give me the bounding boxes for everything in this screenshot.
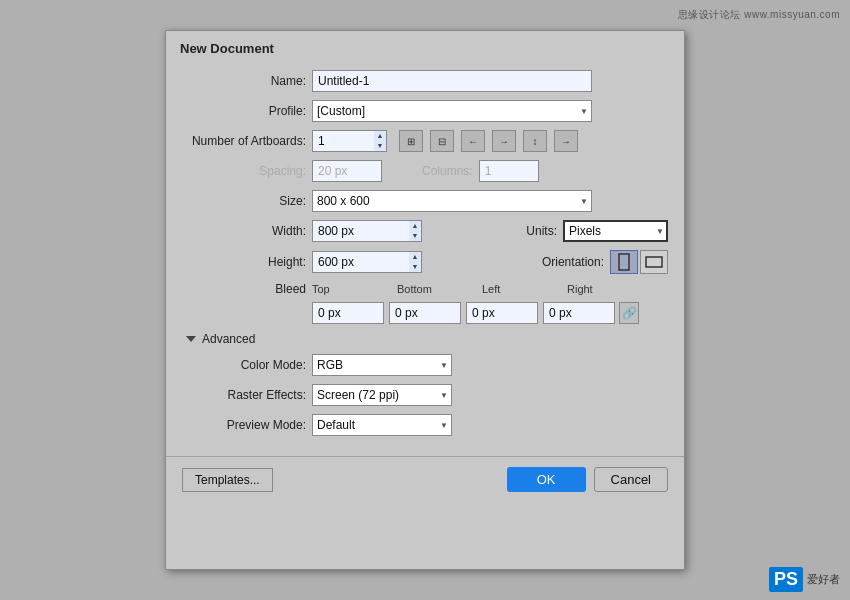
artboards-label: Number of Artboards:	[182, 134, 312, 148]
profile-select[interactable]: [Custom]	[312, 100, 592, 122]
dialog-body: Name: Profile: [Custom] Number of Artboa…	[166, 64, 684, 456]
templates-button[interactable]: Templates...	[182, 468, 273, 492]
raster-effects-select-wrapper: Screen (72 ppi) Medium (150 ppi) High (3…	[312, 384, 452, 406]
size-row: Size: 800 x 600	[182, 190, 668, 212]
width-increment[interactable]: ▲	[409, 221, 421, 231]
bleed-right-input[interactable]	[543, 302, 615, 324]
columns-label: Columns:	[422, 164, 473, 178]
bleed-left-label: Left	[482, 283, 562, 295]
artboards-spinner: ▲ ▼	[312, 130, 387, 152]
bleed-section: Bleed Top Bottom Left Right	[182, 282, 668, 324]
raster-effects-select[interactable]: Screen (72 ppi) Medium (150 ppi) High (3…	[312, 384, 452, 406]
spread-layout-icon[interactable]: ⊟	[430, 130, 454, 152]
bottom-logo: PS 爱好者	[769, 567, 840, 592]
preview-mode-row: Preview Mode: Default Pixel Overprint	[182, 414, 668, 436]
size-label: Size:	[182, 194, 312, 208]
preview-mode-select[interactable]: Default Pixel Overprint	[312, 414, 452, 436]
columns-spinner	[479, 160, 539, 182]
watermark: 思缘设计论坛 www.missyuan.com	[678, 8, 840, 22]
height-input[interactable]	[312, 251, 422, 273]
advanced-toggle[interactable]: Advanced	[182, 332, 668, 346]
width-label: Width:	[182, 224, 312, 238]
bleed-bottom-input[interactable]	[389, 302, 461, 324]
profile-select-wrapper: [Custom]	[312, 100, 592, 122]
raster-effects-label: Raster Effects:	[182, 388, 312, 402]
bleed-left-input[interactable]	[466, 302, 538, 324]
portrait-icon	[617, 253, 631, 271]
preview-mode-label: Preview Mode:	[182, 418, 312, 432]
preview-mode-select-wrapper: Default Pixel Overprint	[312, 414, 452, 436]
artboards-increment[interactable]: ▲	[374, 131, 386, 141]
name-label: Name:	[182, 74, 312, 88]
bleed-top-label: Top	[312, 283, 392, 295]
landscape-icon	[645, 255, 663, 269]
svg-rect-0	[619, 254, 629, 270]
name-row: Name:	[182, 70, 668, 92]
size-select-wrapper: 800 x 600	[312, 190, 592, 212]
height-orientation-row: Height: ▲ ▼ Orientation:	[182, 250, 668, 274]
bleed-top-input[interactable]	[312, 302, 384, 324]
artboard-icons: ⊞ ⊟ ← → ↕ →	[395, 130, 578, 152]
width-decrement[interactable]: ▼	[409, 231, 421, 241]
spacing-label: Spacing:	[182, 164, 312, 178]
bleed-bottom-spinner	[389, 302, 461, 324]
units-select-wrapper: Pixels Inches Millimeters Points	[563, 220, 668, 242]
bleed-link-button[interactable]: 🔗	[619, 302, 639, 324]
artboards-spin-buttons[interactable]: ▲ ▼	[374, 131, 386, 151]
bleed-left-spinner	[466, 302, 538, 324]
raster-effects-row: Raster Effects: Screen (72 ppi) Medium (…	[182, 384, 668, 406]
width-input[interactable]	[312, 220, 422, 242]
width-spinner: ▲ ▼	[312, 220, 422, 242]
arrange-vert-icon[interactable]: ↕	[523, 130, 547, 152]
grid-layout-icon[interactable]: ⊞	[399, 130, 423, 152]
cancel-button[interactable]: Cancel	[594, 467, 668, 492]
bleed-label: Bleed	[182, 282, 312, 296]
width-spin-buttons[interactable]: ▲ ▼	[409, 221, 421, 241]
portrait-orientation-button[interactable]	[610, 250, 638, 274]
bleed-inputs-row: 🔗	[182, 302, 668, 324]
color-mode-label: Color Mode:	[182, 358, 312, 372]
bleed-bottom-label: Bottom	[397, 283, 477, 295]
arrange-right-icon[interactable]: →	[492, 130, 516, 152]
profile-label: Profile:	[182, 104, 312, 118]
spacing-spinner	[312, 160, 382, 182]
bleed-top-spinner	[312, 302, 384, 324]
columns-input	[479, 160, 539, 182]
arrange-next-icon[interactable]: →	[554, 130, 578, 152]
spacing-input	[312, 160, 382, 182]
height-decrement[interactable]: ▼	[409, 262, 421, 272]
advanced-label: Advanced	[202, 332, 255, 346]
profile-row: Profile: [Custom]	[182, 100, 668, 122]
svg-rect-1	[646, 257, 662, 267]
height-spinner: ▲ ▼	[312, 251, 422, 273]
spacing-row: Spacing: Columns:	[182, 160, 668, 182]
landscape-orientation-button[interactable]	[640, 250, 668, 274]
units-select[interactable]: Pixels Inches Millimeters Points	[563, 220, 668, 242]
width-units-row: Width: ▲ ▼ Units: Pixels Inches Millimet…	[182, 220, 668, 242]
color-mode-select[interactable]: RGB CMYK	[312, 354, 452, 376]
dialog-footer: Templates... OK Cancel	[166, 457, 684, 506]
height-spin-buttons[interactable]: ▲ ▼	[409, 252, 421, 272]
size-select[interactable]: 800 x 600	[312, 190, 592, 212]
units-label: Units:	[526, 224, 563, 238]
advanced-triangle-icon	[186, 336, 196, 342]
bleed-header: Bleed Top Bottom Left Right	[182, 282, 668, 296]
footer-right: OK Cancel	[507, 467, 668, 492]
name-input[interactable]	[312, 70, 592, 92]
orientation-label: Orientation:	[542, 255, 604, 269]
height-label: Height:	[182, 255, 312, 269]
height-increment[interactable]: ▲	[409, 252, 421, 262]
dialog-title: New Document	[166, 31, 684, 64]
color-mode-select-wrapper: RGB CMYK	[312, 354, 452, 376]
ps-logo: PS	[769, 567, 803, 592]
bleed-right-label: Right	[567, 283, 647, 295]
artboards-decrement[interactable]: ▼	[374, 141, 386, 151]
advanced-section: Advanced Color Mode: RGB CMYK Raster Eff…	[182, 332, 668, 436]
logo-text: 爱好者	[807, 572, 840, 587]
ok-button[interactable]: OK	[507, 467, 586, 492]
new-document-dialog: New Document Name: Profile: [Custom] Num…	[165, 30, 685, 570]
bleed-right-spinner	[543, 302, 615, 324]
color-mode-row: Color Mode: RGB CMYK	[182, 354, 668, 376]
artboards-row: Number of Artboards: ▲ ▼ ⊞ ⊟ ← → ↕ →	[182, 130, 668, 152]
arrange-left-icon[interactable]: ←	[461, 130, 485, 152]
